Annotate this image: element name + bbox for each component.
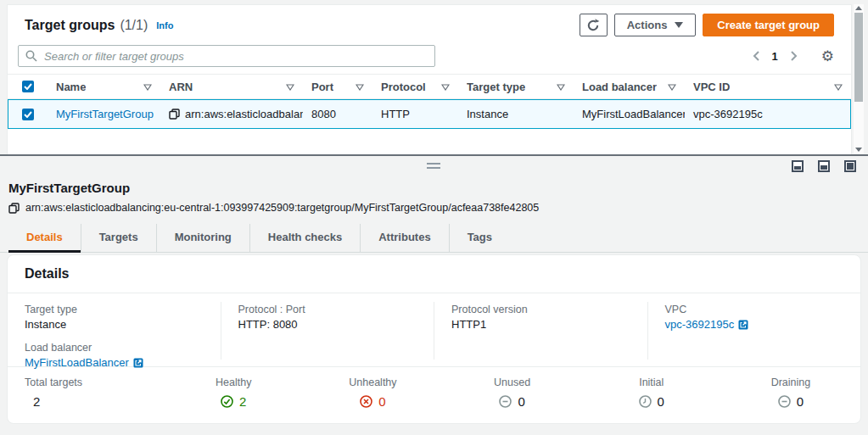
sort-icon[interactable] [441, 81, 450, 93]
panel-size-medium-icon[interactable] [818, 160, 830, 172]
gear-glyph: ⚙ [821, 49, 834, 64]
row-target-type: Instance [467, 108, 508, 120]
row-load-balancer: MyFirstLoadBalancer [582, 108, 685, 120]
vpc-link[interactable]: vpc-3692195c [665, 318, 735, 331]
row-arn: arn:aws:elasticloadbalancin... [185, 108, 303, 120]
minus-circle-icon [499, 395, 512, 408]
unhealthy-value: 0 [378, 394, 385, 409]
sort-icon[interactable] [557, 81, 565, 93]
protocol-port-value: HTTP: 8080 [238, 318, 417, 331]
actions-button[interactable]: Actions [614, 14, 697, 36]
minus-circle-icon [778, 395, 791, 408]
details-card: Details Target type Instance Load balanc… [7, 254, 861, 424]
stat-unhealthy: Unhealthy 0 [303, 376, 442, 410]
table-header-row: Name ARN Port Protocol Target type Load … [8, 74, 851, 99]
tab-health-checks[interactable]: Health checks [250, 224, 361, 252]
split-panel-divider [0, 154, 868, 156]
column-header-name[interactable]: Name [48, 81, 160, 93]
target-health-stats: Total targets 2 Healthy 2 Unhealthy [8, 366, 860, 421]
split-panel-drag-handle[interactable] [427, 163, 440, 169]
search-input[interactable] [18, 45, 435, 67]
sort-icon[interactable] [143, 81, 152, 93]
target-type-label: Target type [25, 304, 204, 315]
unused-value: 0 [518, 394, 524, 409]
protocol-version-value: HTTP1 [451, 318, 630, 331]
caret-down-icon [675, 22, 683, 28]
tab-targets[interactable]: Targets [81, 224, 157, 252]
check-circle-icon [221, 395, 233, 408]
header-controls: Actions Create target group [580, 14, 834, 36]
scroll-down-icon[interactable] [855, 148, 862, 152]
healthy-value: 2 [239, 394, 246, 409]
details-grid: Target type Instance Load balancer MyFir… [8, 293, 860, 366]
column-header-load-balancer[interactable]: Load balancer [574, 81, 685, 93]
panel-size-small-icon[interactable] [792, 160, 804, 172]
sort-icon[interactable] [668, 81, 676, 93]
vertical-scrollbar[interactable] [854, 4, 864, 153]
stat-draining: Draining 0 [721, 376, 860, 410]
column-header-vpc-id[interactable]: VPC ID [685, 81, 851, 93]
panel-header: Target groups (1/1) Info Actions Create … [8, 5, 851, 40]
external-link-icon [738, 320, 748, 330]
details-column-4: VPC vpc-3692195c [647, 302, 861, 360]
detail-arn-text: arn:aws:elasticloadbalancing:eu-central-… [25, 202, 539, 214]
clock-icon [639, 395, 652, 408]
sort-icon[interactable] [286, 81, 294, 93]
selection-count: (1/1) [120, 18, 148, 33]
details-column-3: Protocol version HTTP1 [434, 302, 647, 360]
refresh-button[interactable] [580, 14, 608, 36]
detail-panel: MyFirstTargetGroup arn:aws:elasticloadba… [0, 176, 868, 435]
x-circle-icon [360, 395, 372, 408]
row-port: 8080 [311, 108, 336, 120]
tab-attributes[interactable]: Attributes [361, 224, 449, 252]
panel-size-full-icon[interactable] [844, 160, 856, 172]
row-checkbox[interactable] [22, 109, 34, 120]
details-column-2: Protocol : Port HTTP: 8080 [221, 302, 434, 360]
refresh-icon [586, 19, 600, 32]
column-header-arn[interactable]: ARN [160, 81, 303, 93]
detail-tabs: Details Targets Monitoring Health checks… [0, 224, 868, 253]
load-balancer-link[interactable]: MyFirstLoadBalancer [25, 356, 129, 369]
row-vpc-id: vpc-3692195c [693, 108, 763, 120]
scroll-up-icon[interactable] [855, 6, 862, 10]
select-all-checkbox[interactable] [22, 81, 34, 92]
page-number[interactable]: 1 [772, 50, 778, 63]
target-groups-panel: Target groups (1/1) Info Actions Create … [7, 4, 852, 154]
tab-details[interactable]: Details [8, 224, 81, 252]
external-link-icon [133, 358, 143, 368]
tab-tags[interactable]: Tags [450, 224, 510, 252]
target-group-name-link[interactable]: MyFirstTargetGroup [56, 108, 154, 120]
stat-unused: Unused 0 [443, 376, 582, 410]
sort-icon[interactable] [834, 81, 843, 93]
protocol-port-label: Protocol : Port [238, 304, 417, 315]
detail-arn-line: arn:aws:elasticloadbalancing:eu-central-… [8, 202, 860, 214]
target-type-value: Instance [25, 318, 204, 331]
actions-label: Actions [627, 19, 668, 31]
details-column-1: Target type Instance Load balancer MyFir… [8, 302, 221, 360]
tab-monitoring[interactable]: Monitoring [157, 224, 250, 252]
column-header-target-type[interactable]: Target type [458, 81, 574, 93]
table-toolbar: 1 ⚙ [8, 40, 851, 74]
table-row[interactable]: MyFirstTargetGroup arn:aws:elasticloadba… [8, 99, 851, 129]
row-protocol: HTTP [381, 108, 410, 120]
stat-initial: Initial 0 [582, 376, 721, 410]
copy-icon[interactable] [169, 109, 180, 120]
sort-icon[interactable] [356, 81, 364, 93]
draining-value: 0 [797, 394, 804, 409]
detail-panel-title: MyFirstTargetGroup [8, 181, 860, 195]
stat-total-targets: Total targets 2 [8, 376, 164, 410]
pagination: 1 ⚙ [753, 49, 834, 64]
column-header-protocol[interactable]: Protocol [372, 81, 458, 93]
previous-page-icon[interactable] [753, 51, 760, 61]
column-header-port[interactable]: Port [303, 81, 372, 93]
initial-value: 0 [658, 394, 664, 409]
stat-healthy: Healthy 2 [164, 376, 303, 410]
create-target-group-button[interactable]: Create target group [703, 14, 834, 36]
info-link[interactable]: Info [156, 20, 173, 31]
copy-icon[interactable] [8, 203, 20, 214]
next-page-icon[interactable] [790, 51, 798, 61]
load-balancer-label: Load balancer [25, 342, 204, 354]
scrollbar-thumb[interactable] [854, 13, 863, 102]
settings-gear-icon[interactable]: ⚙ [821, 49, 834, 64]
page-title: Target groups [25, 18, 115, 33]
